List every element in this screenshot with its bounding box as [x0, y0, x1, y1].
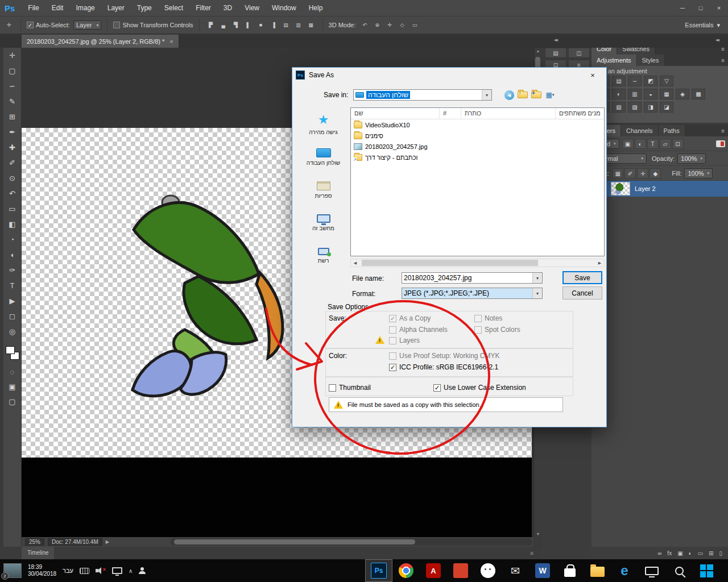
- gradient-map-icon[interactable]: ◨: [644, 102, 657, 113]
- distribute-bottom-edges-icon[interactable]: ▦: [305, 19, 317, 31]
- layer-thumbnail[interactable]: [611, 182, 630, 196]
- photo-filter-icon[interactable]: ▦: [660, 89, 673, 99]
- up-one-level-button[interactable]: ↑: [516, 89, 529, 101]
- place-quick-access[interactable]: ★ גישה מהירה: [297, 107, 350, 140]
- threshold-icon[interactable]: ▨: [628, 102, 642, 113]
- collapse-dock-icon[interactable]: ◂◂: [715, 37, 718, 43]
- layer-row-selected[interactable]: ◉ Layer 2: [592, 181, 728, 197]
- 3d-pan-icon[interactable]: ✛: [384, 19, 395, 31]
- taskbar-mail[interactable]: ✉: [502, 559, 529, 582]
- type-tool[interactable]: T: [3, 278, 21, 293]
- distribute-vertical-centers-icon[interactable]: ▥: [293, 19, 304, 31]
- file-row[interactable]: ↗ וכתבתם - קיצור דרך: [351, 152, 604, 163]
- place-this-pc[interactable]: מחשב זה: [297, 206, 350, 239]
- curves-icon[interactable]: ∽: [628, 76, 642, 86]
- layer-mask-icon[interactable]: ▣: [677, 550, 682, 556]
- 3d-scale-icon[interactable]: ▭: [409, 19, 420, 31]
- display-icon[interactable]: [112, 567, 122, 574]
- dialog-close-button[interactable]: ×: [582, 71, 603, 80]
- tab-close-icon[interactable]: ×: [169, 38, 173, 45]
- expand-adjustments-icon[interactable]: ▽: [660, 76, 673, 86]
- lock-transparency-icon[interactable]: ▦: [612, 168, 623, 178]
- taskbar-red-app[interactable]: [447, 559, 474, 582]
- people-icon[interactable]: [139, 567, 146, 574]
- menu-3d[interactable]: 3D: [217, 4, 238, 12]
- zoom-level[interactable]: 25%: [25, 538, 44, 546]
- screen-mode-icon[interactable]: ▣: [3, 379, 21, 394]
- opacity-select[interactable]: 100% ▾: [677, 153, 706, 164]
- histogram-panel-icon[interactable]: ▤: [545, 48, 566, 58]
- menu-select[interactable]: Select: [158, 4, 189, 12]
- restore-button[interactable]: □: [692, 0, 710, 16]
- taskbar-word[interactable]: W: [529, 559, 556, 582]
- menu-window[interactable]: Window: [266, 4, 303, 12]
- align-bottom-edges-icon[interactable]: ▜: [230, 19, 242, 31]
- align-left-edges-icon[interactable]: ▌: [243, 19, 254, 31]
- clone-stamp-tool[interactable]: ⊙: [3, 171, 21, 186]
- menu-filter[interactable]: Filter: [189, 4, 217, 12]
- panel-menu-icon[interactable]: ≡: [721, 128, 725, 134]
- place-desktop[interactable]: שולחן העבודה: [297, 140, 350, 173]
- exposure-icon[interactable]: ◩: [644, 76, 657, 86]
- menu-file[interactable]: File: [22, 4, 45, 12]
- 3d-slide-icon[interactable]: ◇: [396, 19, 408, 31]
- scrollbar-thumb[interactable]: [174, 539, 415, 544]
- save-button[interactable]: Save: [562, 271, 602, 284]
- taskbar-clock[interactable]: 18:39 30/04/2018: [28, 564, 56, 578]
- lock-position-icon[interactable]: ✛: [637, 168, 648, 178]
- channel-mixer-icon[interactable]: ◈: [676, 89, 689, 99]
- panel-menu-icon[interactable]: ≡: [721, 57, 725, 64]
- eraser-tool[interactable]: ▭: [3, 201, 21, 217]
- taskbar-explorer[interactable]: [584, 559, 611, 582]
- auto-select-checkbox[interactable]: ✓ Auto-Select:: [27, 22, 70, 28]
- file-list-scrollbar[interactable]: ◀ ▶: [350, 259, 605, 267]
- 3d-roll-icon[interactable]: ⊕: [371, 19, 383, 31]
- dodge-tool[interactable]: ◖: [3, 247, 21, 263]
- column-header[interactable]: שםˆ: [351, 108, 440, 119]
- quick-mask-icon[interactable]: ◌: [3, 364, 21, 379]
- zoom-tool[interactable]: ◎: [3, 324, 21, 339]
- levels-icon[interactable]: ▤: [612, 76, 626, 86]
- show-hidden-icons-chevron[interactable]: ∧: [129, 568, 133, 574]
- dropdown-caret-icon[interactable]: ▾: [532, 273, 542, 283]
- eyedropper-tool[interactable]: ✒: [3, 124, 21, 140]
- new-layer-icon[interactable]: ⊞: [709, 550, 713, 556]
- format-select[interactable]: JPEG (*.JPG;*.JPEG;*.JPE) ▾: [402, 288, 543, 299]
- align-top-edges-icon[interactable]: ▛: [205, 19, 217, 31]
- taskbar-search[interactable]: [665, 559, 693, 582]
- taskbar-windows[interactable]: [693, 559, 720, 582]
- file-row[interactable]: VideoStudioX10: [351, 119, 604, 130]
- workspace-switcher[interactable]: Essentials ▾: [685, 22, 720, 29]
- shape-tool[interactable]: ◻: [3, 309, 21, 324]
- filter-type-layers-icon[interactable]: T: [647, 139, 659, 149]
- dropdown-caret-icon[interactable]: ▾: [482, 90, 491, 100]
- language-indicator[interactable]: עבר: [63, 567, 73, 574]
- foreground-color-chip[interactable]: [6, 346, 15, 354]
- filter-adjustment-layers-icon[interactable]: ◐: [635, 139, 646, 149]
- link-layers-icon[interactable]: ∞: [657, 550, 661, 556]
- healing-brush-tool[interactable]: ✚: [3, 140, 21, 155]
- file-row[interactable]: סימנים: [351, 130, 604, 141]
- align-vertical-centers-icon[interactable]: ▄: [218, 19, 229, 31]
- menu-layer[interactable]: Layer: [101, 4, 131, 12]
- blur-tool[interactable]: ◔: [3, 232, 21, 247]
- fill-select[interactable]: 100% ▾: [684, 168, 713, 178]
- column-header[interactable]: #: [440, 108, 461, 119]
- show-transform-checkbox[interactable]: Show Transform Controls: [113, 22, 193, 28]
- scroll-up-icon[interactable]: ▲: [534, 49, 542, 53]
- path-selection-tool[interactable]: ▶: [3, 293, 21, 309]
- hue-saturation-icon[interactable]: ◐: [612, 89, 626, 99]
- tab-styles[interactable]: Styles: [637, 55, 665, 66]
- layer-group-icon[interactable]: ▭: [698, 550, 703, 556]
- taskbar-chrome[interactable]: [392, 559, 420, 582]
- close-button[interactable]: ×: [710, 0, 728, 16]
- taskbar-edge[interactable]: e: [611, 559, 638, 582]
- file-row[interactable]: 20180203_204257.jpg: [351, 141, 604, 152]
- column-header[interactable]: מנים משתתפים: [556, 108, 604, 119]
- align-horizontal-centers-icon[interactable]: ■: [255, 19, 267, 31]
- menu-type[interactable]: Type: [131, 4, 158, 12]
- file-name-input[interactable]: 20180203_204257.jpg ▾: [402, 272, 543, 284]
- color-chips[interactable]: [3, 345, 21, 364]
- tray-app-preview[interactable]: 2: [3, 563, 22, 578]
- thumbnail-checkbox[interactable]: Thumbnail: [329, 384, 371, 392]
